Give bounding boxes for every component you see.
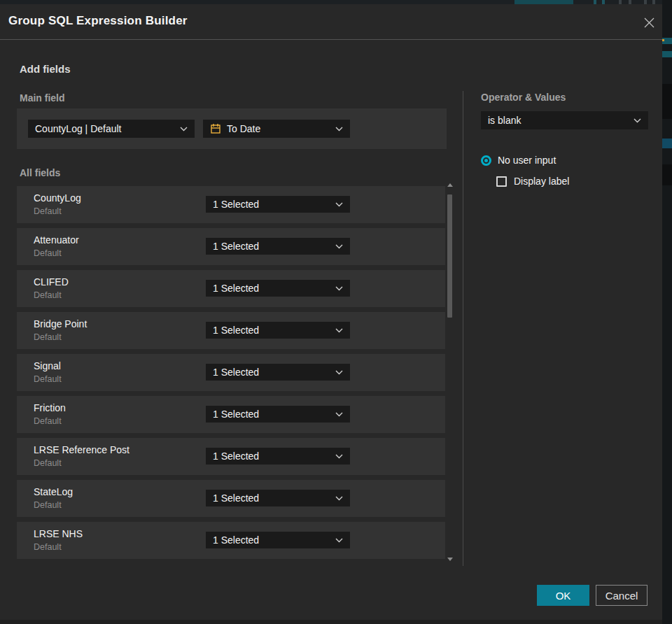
field-name: CLIFED	[34, 276, 69, 288]
all-fields-list: CountyLogDefault1 SelectedAttenuatorDefa…	[17, 186, 445, 564]
background-fragment	[662, 51, 672, 57]
calendar-icon	[210, 123, 221, 134]
background-right-strip	[662, 0, 672, 624]
date-select-value: To Date	[227, 123, 260, 134]
chevron-down-icon	[335, 127, 343, 132]
field-selection-value: 1 Selected	[213, 283, 259, 294]
field-subtitle: Default	[34, 416, 62, 426]
dialog-title: Group SQL Expression Builder	[8, 14, 188, 28]
field-subtitle: Default	[34, 290, 62, 300]
chevron-down-icon	[335, 412, 343, 417]
scrollbar-thumb[interactable]	[447, 194, 452, 318]
chevron-down-icon	[335, 328, 343, 333]
chevron-down-icon	[335, 370, 343, 375]
main-field-select[interactable]: CountyLog | Default	[28, 120, 195, 138]
all-fields-label: All fields	[20, 167, 60, 178]
field-selection-value: 1 Selected	[213, 409, 259, 420]
field-selection-value: 1 Selected	[213, 534, 259, 546]
field-name: Signal	[34, 360, 61, 371]
field-name: StateLog	[34, 486, 73, 497]
scroll-down-icon[interactable]	[447, 558, 453, 561]
field-selection-select[interactable]: 1 Selected	[206, 196, 350, 213]
chevron-down-icon	[335, 286, 343, 291]
scrollbar[interactable]	[446, 180, 454, 562]
field-row: SignalDefault1 Selected	[17, 354, 445, 391]
operator-select-value: is blank	[488, 115, 521, 126]
live-view-label: Live view	[529, 0, 564, 1]
field-selection-select[interactable]: 1 Selected	[206, 280, 350, 297]
field-subtitle: Default	[34, 332, 62, 342]
field-name: CountyLog	[34, 192, 81, 204]
field-selection-select[interactable]: 1 Selected	[206, 238, 350, 255]
field-selection-value: 1 Selected	[213, 325, 259, 336]
field-row: Bridge PointDefault1 Selected	[17, 312, 445, 349]
field-selection-select[interactable]: 1 Selected	[206, 448, 350, 465]
chevron-down-icon	[335, 244, 343, 249]
field-name: Friction	[34, 402, 66, 413]
field-selection-value: 1 Selected	[213, 492, 259, 504]
field-subtitle: Default	[34, 458, 62, 468]
field-selection-select[interactable]: 1 Selected	[206, 406, 350, 423]
radio-icon[interactable]	[481, 155, 491, 166]
background-fragment	[662, 84, 672, 119]
operator-values-heading: Operator & Values	[481, 92, 566, 103]
scroll-up-icon[interactable]	[447, 183, 453, 187]
field-subtitle: Default	[34, 206, 62, 216]
ok-button[interactable]: OK	[537, 585, 589, 606]
main-field-label: Main field	[20, 92, 65, 104]
field-row: AttenuatorDefault1 Selected	[17, 228, 445, 265]
field-row: StateLogDefault1 Selected	[17, 480, 445, 517]
panel-divider	[463, 91, 463, 566]
field-subtitle: Default	[34, 248, 62, 258]
chevron-down-icon	[634, 118, 641, 123]
chevron-down-icon	[335, 538, 343, 543]
chevron-down-icon	[335, 454, 343, 459]
field-subtitle: Default	[34, 542, 62, 552]
dialog-header: Group SQL Expression Builder	[0, 4, 662, 40]
display-label-checkbox[interactable]: Display label	[496, 176, 569, 187]
operator-select[interactable]: is blank	[481, 111, 648, 129]
field-selection-value: 1 Selected	[213, 451, 259, 462]
background-fragment	[662, 139, 672, 148]
field-subtitle: Default	[34, 374, 62, 384]
background-fragment	[662, 39, 664, 41]
field-name: Bridge Point	[34, 318, 87, 329]
field-selection-select[interactable]: 1 Selected	[206, 490, 350, 506]
field-row: FrictionDefault1 Selected	[17, 396, 445, 433]
add-fields-heading: Add fields	[20, 63, 71, 75]
field-name: LRSE NHS	[34, 528, 83, 539]
field-row: LRSE NHSDefault1 Selected	[17, 522, 445, 559]
field-selection-value: 1 Selected	[213, 367, 259, 378]
field-row: LRSE Reference PostDefault1 Selected	[17, 438, 445, 475]
field-selection-value: 1 Selected	[213, 199, 259, 210]
background-bottom-strip	[0, 620, 662, 624]
checkbox-icon[interactable]	[496, 176, 507, 187]
cancel-button[interactable]: Cancel	[596, 585, 648, 606]
field-selection-select[interactable]: 1 Selected	[206, 322, 350, 339]
no-user-input-label: No user input	[498, 155, 556, 166]
chevron-down-icon	[335, 202, 343, 207]
field-selection-value: 1 Selected	[213, 241, 259, 252]
field-subtitle: Default	[34, 500, 62, 510]
field-name: Attenuator	[34, 234, 79, 246]
field-row: CountyLogDefault1 Selected	[17, 186, 445, 223]
main-field-select-value: CountyLog | Default	[35, 123, 122, 134]
main-field-date-select[interactable]: To Date	[203, 120, 350, 138]
field-selection-select[interactable]: 1 Selected	[206, 532, 350, 548]
display-label-text: Display label	[514, 176, 569, 187]
close-icon[interactable]	[640, 13, 658, 31]
chevron-down-icon	[335, 496, 343, 501]
background-fragment	[662, 164, 672, 185]
field-row: CLIFEDDefault1 Selected	[17, 270, 445, 307]
chevron-down-icon	[180, 127, 188, 132]
main-field-panel: CountyLog | Default To Date	[17, 108, 447, 149]
field-name: LRSE Reference Post	[34, 444, 130, 455]
no-user-input-radio[interactable]: No user input	[481, 155, 556, 166]
field-selection-select[interactable]: 1 Selected	[206, 364, 350, 381]
group-sql-expression-builder-dialog: Group SQL Expression Builder Add fields …	[0, 4, 662, 620]
